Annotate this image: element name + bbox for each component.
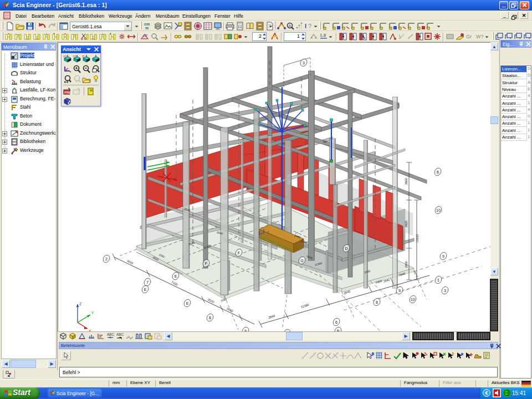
svg-text:I: I (305, 23, 306, 29)
svg-text:3: 3 (444, 289, 446, 293)
svg-text:2840: 2840 (268, 314, 275, 319)
svg-text:4600: 4600 (126, 259, 134, 265)
svg-text:R: R (75, 80, 78, 83)
svg-text:10020: 10020 (416, 234, 419, 242)
svg-text:Z: Z (79, 302, 81, 306)
svg-text:3920: 3920 (405, 221, 408, 227)
svg-text:3: 3 (303, 61, 305, 65)
svg-text:2600: 2600 (220, 298, 227, 303)
svg-text:cP: cP (143, 34, 148, 38)
svg-text:8: 8 (376, 300, 378, 304)
svg-text:cm: cm (144, 22, 150, 26)
svg-text:11360: 11360 (300, 303, 309, 309)
svg-text:10: 10 (411, 298, 415, 301)
svg-text:W?: W? (476, 34, 484, 39)
svg-text:E: E (186, 301, 189, 305)
svg-text:G: G (300, 259, 303, 263)
svg-text:95: 95 (323, 140, 327, 144)
svg-text:1: 1 (437, 278, 439, 282)
svg-text:F: F (238, 251, 240, 255)
svg-text:3600: 3600 (405, 178, 408, 185)
svg-text:9: 9 (244, 329, 247, 332)
svg-text:9: 9 (442, 254, 444, 258)
svg-text:ABC: ABC (116, 332, 124, 336)
svg-text:2650: 2650 (405, 261, 408, 268)
svg-text:A: A (289, 24, 291, 28)
svg-text:1,8: 1,8 (320, 33, 326, 38)
svg-text:F: F (205, 262, 207, 265)
svg-text:10: 10 (436, 208, 441, 212)
svg-text:D: D (345, 247, 347, 250)
svg-text:2500: 2500 (207, 298, 215, 304)
svg-text:m: m (145, 26, 149, 30)
svg-text:8: 8 (437, 170, 439, 174)
svg-text:?: ? (308, 23, 311, 29)
svg-text:X: X (89, 329, 91, 331)
svg-text:2: 2 (286, 331, 288, 332)
svg-text:B: B (337, 329, 340, 332)
svg-text:9: 9 (398, 289, 401, 293)
svg-text:7: 7 (146, 280, 149, 284)
svg-text:2600: 2600 (226, 307, 234, 313)
svg-text:7400: 7400 (171, 280, 178, 287)
svg-text:8: 8 (209, 316, 211, 320)
svg-text:2: 2 (105, 257, 108, 261)
svg-text:PRE: PRE (64, 91, 71, 94)
svg-text:6: 6 (335, 320, 337, 324)
svg-text:E: E (175, 274, 177, 278)
svg-text:Y: Y (91, 311, 94, 315)
svg-text:E: E (144, 288, 147, 291)
svg-text:Gr: Gr (466, 34, 472, 39)
svg-text:ABC: ABC (107, 332, 115, 336)
